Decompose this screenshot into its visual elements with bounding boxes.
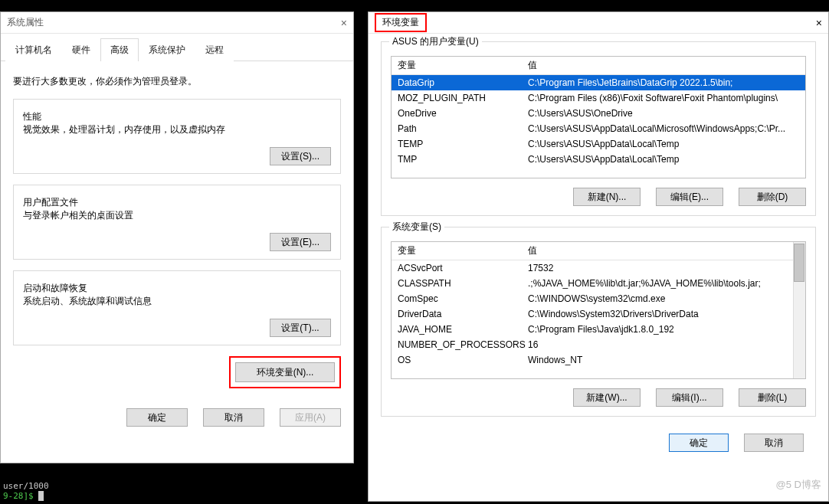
close-icon[interactable]: × [816,17,822,29]
cell-var: DriverData [398,309,528,319]
system-properties-dialog: 系统属性 × 计算机名硬件高级系统保护远程 要进行大多数更改，你必须作为管理员登… [0,11,354,463]
startup-desc: 系统启动、系统故障和调试信息 [23,295,331,308]
cell-var: ComSpec [398,293,528,304]
system-properties-actions: 确定 取消 应用(A) [1,399,353,436]
cell-var: OS [398,355,528,365]
user-vars-legend: ASUS 的用户变量(U) [389,35,482,48]
table-header: 变量 值 [392,242,805,260]
cell-var: ACSvcPort [398,263,528,273]
cancel-button[interactable]: 取消 [203,408,264,427]
system-properties-titlebar: 系统属性 × [1,12,353,34]
performance-desc: 视觉效果，处理器计划，内存使用，以及虚拟内存 [23,123,331,136]
user-delete-button[interactable]: 删除(D) [739,188,806,206]
startup-legend: 启动和故障恢复 [23,282,331,295]
cell-var: OneDrive [398,108,528,119]
environment-variables-button[interactable]: 环境变量(N)... [235,362,335,382]
env-button-highlight: 环境变量(N)... [229,356,341,388]
user-profile-group: 用户配置文件 与登录帐户相关的桌面设置 设置(E)... [13,185,341,260]
cell-val: C:\Users\ASUS\AppData\Local\Temp [528,139,799,149]
col-value: 值 [528,59,799,72]
col-variable: 变量 [398,244,528,257]
cell-val: C:\Program Files\Java\jdk1.8.0_192 [528,324,799,335]
user-profile-settings-button[interactable]: 设置(E)... [270,233,331,251]
cell-val: 17532 [528,263,799,273]
terminal-prompt: 9-28]$ [3,491,34,501]
startup-recovery-group: 启动和故障恢复 系统启动、系统故障和调试信息 设置(T)... [13,270,341,345]
terminal-background: user/1000 9-28]$ _ [0,478,368,504]
system-vars-legend: 系统变量(S) [389,221,444,234]
cell-var: Path [398,123,528,134]
cell-val: .;%JAVA_HOME%\lib\dt.jar;%JAVA_HOME%\lib… [528,278,799,289]
cell-var: MOZ_PLUGIN_PATH [398,93,528,103]
env-dialog-actions: 确定 取消 [381,427,816,452]
table-row[interactable]: TEMPC:\Users\ASUS\AppData\Local\Temp [392,136,805,152]
table-row[interactable]: ACSvcPort17532 [392,260,805,276]
table-row[interactable]: JAVA_HOMEC:\Program Files\Java\jdk1.8.0_… [392,322,805,337]
cell-var: JAVA_HOME [398,324,528,335]
user-profile-desc: 与登录帐户相关的桌面设置 [23,209,331,222]
admin-notice: 要进行大多数更改，你必须作为管理员登录。 [13,75,341,88]
ok-button[interactable]: 确定 [126,408,188,427]
tab-系统保护[interactable]: 系统保护 [139,38,195,61]
cell-val: C:\Users\ASUS\AppData\Local\Microsoft\Wi… [528,123,799,134]
table-row[interactable]: TMPC:\Users\ASUS\AppData\Local\Temp [392,152,805,167]
col-value: 值 [528,244,799,257]
apply-button: 应用(A) [280,408,341,427]
table-row[interactable]: PathC:\Users\ASUS\AppData\Local\Microsof… [392,121,805,136]
env-ok-button[interactable]: 确定 [669,434,729,452]
cell-var: TEMP [398,139,528,149]
sys-delete-button[interactable]: 删除(L) [739,388,806,407]
startup-settings-button[interactable]: 设置(T)... [270,319,331,337]
close-icon[interactable]: × [341,17,347,29]
cell-val: C:\Users\ASUS\AppData\Local\Temp [528,154,799,165]
scrollbar-thumb[interactable] [794,244,804,282]
table-header: 变量 值 [392,57,805,75]
cell-var: NUMBER_OF_PROCESSORS [398,339,528,350]
cell-var: TMP [398,154,528,165]
cell-val: 16 [528,339,799,350]
performance-legend: 性能 [23,110,331,123]
env-cancel-button[interactable]: 取消 [744,434,804,452]
table-row[interactable]: OneDriveC:\Users\ASUS\OneDrive [392,106,805,121]
tab-硬件[interactable]: 硬件 [62,38,100,61]
cell-val: C:\WINDOWS\system32\cmd.exe [528,293,799,304]
tab-计算机名[interactable]: 计算机名 [5,38,62,61]
system-properties-title: 系统属性 [7,16,44,29]
table-row[interactable]: CLASSPATH.;%JAVA_HOME%\lib\dt.jar;%JAVA_… [392,276,805,291]
system-vars-table[interactable]: 变量 值 ACSvcPort17532CLASSPATH.;%JAVA_HOME… [391,241,806,379]
env-title-highlight: 环境变量 [375,13,427,32]
cell-val: Windows_NT [528,355,799,365]
terminal-line: user/1000 [3,481,365,491]
col-variable: 变量 [398,59,528,72]
user-vars-section: ASUS 的用户变量(U) 变量 值 DataGripC:\Program Fi… [381,41,816,216]
table-row[interactable]: MOZ_PLUGIN_PATHC:\Program Files (x86)\Fo… [392,90,805,106]
sys-edit-button[interactable]: 编辑(I)... [656,388,723,407]
cell-var: CLASSPATH [398,278,528,289]
table-row[interactable]: DriverDataC:\Windows\System32\Drivers\Dr… [392,306,805,322]
cell-val: C:\Program Files\JetBrains\DataGrip 2022… [528,77,799,88]
system-properties-body: 要进行大多数更改，你必须作为管理员登录。 性能 视觉效果，处理器计划，内存使用，… [1,61,353,399]
table-row[interactable]: DataGripC:\Program Files\JetBrains\DataG… [392,75,805,90]
cell-val: C:\Users\ASUS\OneDrive [528,108,799,119]
tab-高级[interactable]: 高级 [100,38,139,61]
system-vars-section: 系统变量(S) 变量 值 ACSvcPort17532CLASSPATH.;%J… [381,227,816,417]
cell-var: DataGrip [398,77,528,88]
env-title: 环境变量 [382,17,419,28]
tabs: 计算机名硬件高级系统保护远程 [1,34,353,61]
user-profile-legend: 用户配置文件 [23,196,331,209]
table-row[interactable]: OSWindows_NT [392,352,805,368]
performance-group: 性能 视觉效果，处理器计划，内存使用，以及虚拟内存 设置(S)... [13,99,341,174]
user-vars-table[interactable]: 变量 值 DataGripC:\Program Files\JetBrains\… [391,56,806,178]
tab-远程[interactable]: 远程 [195,38,234,61]
user-new-button[interactable]: 新建(N)... [573,188,641,206]
table-row[interactable]: ComSpecC:\WINDOWS\system32\cmd.exe [392,291,805,306]
env-titlebar: 环境变量 × [369,12,828,34]
cell-val: C:\Program Files (x86)\Foxit Software\Fo… [528,93,799,103]
table-row[interactable]: NUMBER_OF_PROCESSORS16 [392,337,805,352]
performance-settings-button[interactable]: 设置(S)... [270,147,331,165]
user-edit-button[interactable]: 编辑(E)... [656,188,723,206]
sys-new-button[interactable]: 新建(W)... [573,388,641,407]
cell-val: C:\Windows\System32\Drivers\DriverData [528,309,799,319]
environment-variables-dialog: 环境变量 × ASUS 的用户变量(U) 变量 值 DataGripC:\Pro… [368,11,829,502]
scrollbar[interactable] [793,242,805,378]
